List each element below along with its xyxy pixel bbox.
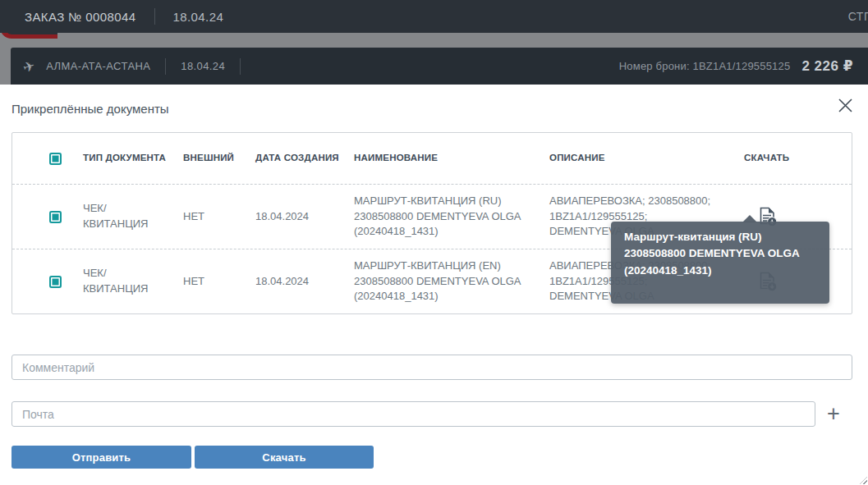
flight-date: 18.04.24: [181, 60, 225, 72]
doc-external: НЕТ: [183, 249, 255, 313]
airplane-icon: ✈: [21, 57, 37, 75]
divider: [165, 58, 166, 75]
booking-number: Номер брони: 1BZ1A1/129555125: [619, 60, 791, 72]
doc-type: ЧЕК/ КВИТАНЦИЯ: [83, 185, 183, 249]
flight-segment-bar[interactable]: ✈ АЛМА-АТА-АСТАНА 18.04.24 Номер брони: …: [11, 48, 868, 85]
column-header-name: НАИМЕНОВАНИЕ: [354, 133, 549, 184]
flight-route: АЛМА-АТА-АСТАНА: [46, 60, 150, 72]
doc-created: 18.04.2024: [255, 185, 354, 249]
column-header-type: ТИП ДОКУМЕНТА: [83, 133, 183, 184]
doc-name: МАРШРУТ-КВИТАНЦИЯ (EN) 2308508800 DEMENT…: [354, 249, 549, 313]
order-bar-right-text: СТГ: [848, 10, 868, 23]
order-header-bar: ЗАКАЗ № 0008044 18.04.24 СТГ: [0, 0, 868, 33]
column-header-download: СКАЧАТЬ: [744, 133, 852, 184]
divider: [240, 58, 241, 75]
close-icon[interactable]: [835, 95, 855, 115]
row-checkbox[interactable]: [49, 211, 62, 223]
add-email-plus-icon[interactable]: +: [821, 401, 846, 427]
modal-title: Прикреплённые документы: [11, 102, 169, 116]
tooltip-caret: [742, 215, 757, 222]
doc-name: МАРШРУТ-КВИТАНЦИЯ (RU) 2308508800 DEMENT…: [354, 185, 549, 249]
download-tooltip: Маршрут-квитанция (RU) 2308508800 DEMENT…: [611, 222, 829, 304]
select-all-checkbox[interactable]: [49, 153, 62, 165]
divider: [154, 8, 155, 25]
column-header-created: ДАТА СОЗДАНИЯ: [255, 133, 354, 184]
doc-type: ЧЕК/ КВИТАНЦИЯ: [83, 249, 183, 313]
column-header-description: ОПИСАНИЕ: [549, 133, 744, 184]
send-button[interactable]: Отправить: [11, 446, 191, 469]
column-header-external: ВНЕШНИЙ: [183, 133, 255, 184]
order-date: 18.04.24: [173, 10, 224, 24]
table-header-row: ТИП ДОКУМЕНТА ВНЕШНИЙ ДАТА СОЗДАНИЯ НАИМ…: [12, 133, 852, 184]
download-button[interactable]: Скачать: [195, 446, 374, 469]
doc-external: НЕТ: [183, 185, 255, 249]
order-price: 2 226 ₽: [801, 57, 853, 75]
attached-documents-modal: Прикреплённые документы ТИП ДОКУМЕНТА ВН…: [0, 85, 868, 485]
order-number: ЗАКАЗ № 0008044: [25, 10, 136, 24]
row-checkbox[interactable]: [49, 276, 62, 288]
app-window: ЗАКАЗ № 0008044 18.04.24 СТГ ✈ АЛМА-АТА-…: [0, 0, 868, 485]
comment-input[interactable]: [11, 355, 852, 380]
email-input[interactable]: [11, 401, 815, 427]
doc-created: 18.04.2024: [255, 249, 354, 313]
